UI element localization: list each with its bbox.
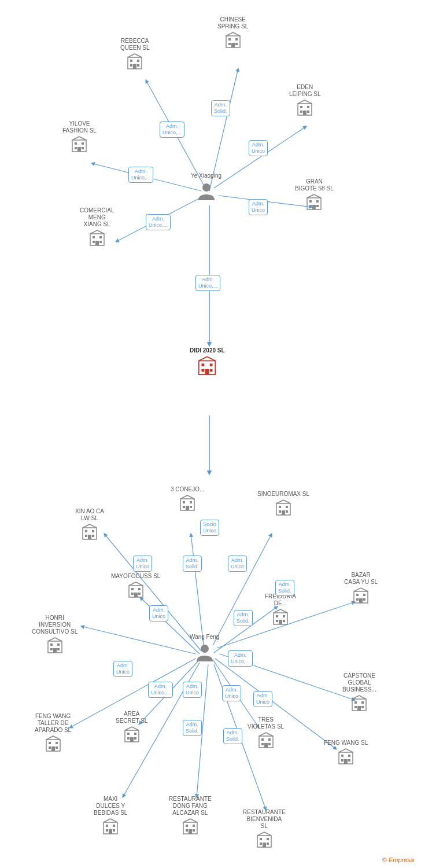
person-icon-ye-xiaoping [196, 182, 217, 203]
building-icon-maxi-dulces [101, 818, 120, 836]
svg-rect-77 [205, 369, 209, 375]
svg-rect-181 [113, 829, 115, 832]
svg-rect-174 [344, 759, 348, 764]
svg-line-143 [352, 696, 359, 699]
svg-line-168 [266, 733, 273, 736]
svg-rect-150 [51, 746, 55, 751]
badge-adm-unico-8[interactable]: Adm.Unico [149, 605, 168, 621]
badge-adm-unico-2[interactable]: Adm.Unico [249, 140, 268, 156]
building-icon-restaurante-bienvenida [255, 831, 274, 849]
building-icon-gran-bigote [305, 193, 323, 212]
svg-rect-51 [82, 147, 84, 149]
svg-rect-75 [202, 369, 205, 372]
svg-rect-90 [190, 501, 192, 503]
svg-rect-113 [50, 643, 53, 646]
svg-rect-84 [92, 535, 94, 537]
svg-line-62 [314, 194, 321, 198]
svg-rect-74 [210, 363, 213, 366]
svg-rect-182 [109, 829, 112, 834]
svg-line-87 [90, 524, 97, 528]
svg-rect-123 [276, 620, 278, 622]
building-icon-feng-wang-sl [337, 748, 355, 766]
node-didi-2020: DIDI 2020 SL [190, 347, 225, 377]
node-honri: HONRIINVERSIONCONSULTIVO SL [32, 615, 77, 655]
svg-line-102 [276, 500, 283, 503]
svg-rect-132 [363, 598, 365, 601]
badge-adm-solid-6[interactable]: Adm.Solid. [223, 728, 242, 744]
svg-rect-81 [85, 530, 87, 532]
svg-line-10 [213, 534, 272, 645]
svg-rect-85 [88, 535, 91, 539]
svg-line-175 [339, 749, 346, 752]
badge-adm-unico-4[interactable]: Adm.Unico [249, 199, 268, 215]
badge-adm-unico-1[interactable]: Adm.Unico,... [160, 122, 184, 138]
svg-line-29 [226, 32, 233, 36]
person-icon-wang-feng [194, 643, 215, 664]
svg-rect-34 [130, 64, 132, 67]
badge-adm-solid-5[interactable]: Adm.Solid. [183, 720, 202, 736]
svg-line-9 [191, 534, 204, 645]
svg-rect-56 [309, 200, 312, 203]
badge-adm-unico-13[interactable]: Adm.Unico [222, 685, 241, 701]
badge-adm-solid-4[interactable]: Adm.Solid. [234, 610, 253, 626]
badge-adm-unico-5[interactable]: Adm.Unico,... [146, 214, 171, 230]
svg-line-111 [136, 582, 143, 586]
badge-socio-unico[interactable]: SocioÚnico [200, 520, 219, 536]
svg-rect-172 [341, 759, 344, 762]
svg-rect-43 [307, 111, 309, 113]
svg-rect-35 [137, 64, 139, 67]
badge-adm-solid-3[interactable]: Adm.Solid. [275, 580, 294, 596]
badge-adm-unico-7[interactable]: Adm.Unico [228, 556, 247, 572]
svg-rect-196 [260, 843, 262, 845]
badge-adm-solid-1[interactable]: Adm.Solid. [211, 100, 230, 116]
svg-rect-107 [131, 593, 134, 595]
svg-rect-32 [130, 60, 132, 62]
svg-rect-171 [348, 755, 350, 757]
svg-line-61 [307, 194, 314, 198]
svg-rect-106 [138, 588, 141, 590]
svg-line-134 [354, 588, 361, 591]
badge-adm-unico-main[interactable]: Adm.Unico,... [195, 275, 220, 291]
building-icon-freiduria [271, 608, 290, 627]
building-icon-sinoeuromax [274, 499, 293, 517]
badge-adm-unico-12[interactable]: Adm.Unico [183, 682, 202, 698]
svg-rect-165 [268, 743, 271, 745]
svg-rect-48 [75, 142, 77, 145]
svg-rect-179 [113, 825, 115, 827]
svg-rect-189 [193, 829, 195, 832]
badge-adm-unico-9[interactable]: Adm.Unico,... [228, 650, 253, 667]
badge-adm-unico-3[interactable]: Adm.Unico,... [128, 167, 153, 183]
svg-rect-59 [316, 205, 319, 207]
svg-rect-44 [303, 111, 306, 115]
node-xin-ao: XIN AO CALW SL [75, 508, 104, 542]
node-feng-wang-sl: FENG WANG SL [324, 740, 368, 766]
building-icon-eden [296, 99, 314, 117]
svg-line-176 [346, 749, 353, 752]
svg-line-110 [129, 582, 136, 586]
svg-rect-173 [348, 759, 350, 762]
svg-rect-180 [106, 829, 108, 832]
badge-adm-unico-14[interactable]: Adm.Unico [253, 691, 272, 707]
building-icon-3-conejos [178, 494, 197, 513]
svg-rect-49 [82, 142, 84, 145]
badge-adm-solid-2[interactable]: Adm.Solid. [183, 556, 202, 572]
svg-line-38 [135, 54, 142, 57]
svg-rect-82 [92, 530, 94, 532]
svg-rect-67 [99, 241, 102, 243]
svg-line-103 [283, 500, 290, 503]
copyright: © Empresa [382, 856, 414, 863]
svg-rect-122 [283, 615, 285, 617]
badge-adm-unico-11[interactable]: Adm.Unico,... [148, 682, 173, 698]
node-sinoeuromax: SINOEUROMAX SL [257, 491, 309, 517]
svg-rect-83 [85, 535, 87, 537]
badge-adm-unico-6[interactable]: Adm.Unico [133, 556, 152, 572]
svg-line-86 [83, 524, 90, 528]
svg-rect-140 [354, 706, 357, 708]
building-icon-xin-ao [80, 523, 99, 542]
svg-rect-139 [361, 701, 364, 704]
svg-rect-190 [189, 829, 192, 834]
badge-adm-unico-10[interactable]: Adm.Unico [113, 661, 132, 677]
node-bazar-casa-yu: BAZARCASA YU SL [344, 572, 378, 605]
building-icon-bazar [352, 587, 370, 605]
svg-line-30 [233, 32, 240, 36]
